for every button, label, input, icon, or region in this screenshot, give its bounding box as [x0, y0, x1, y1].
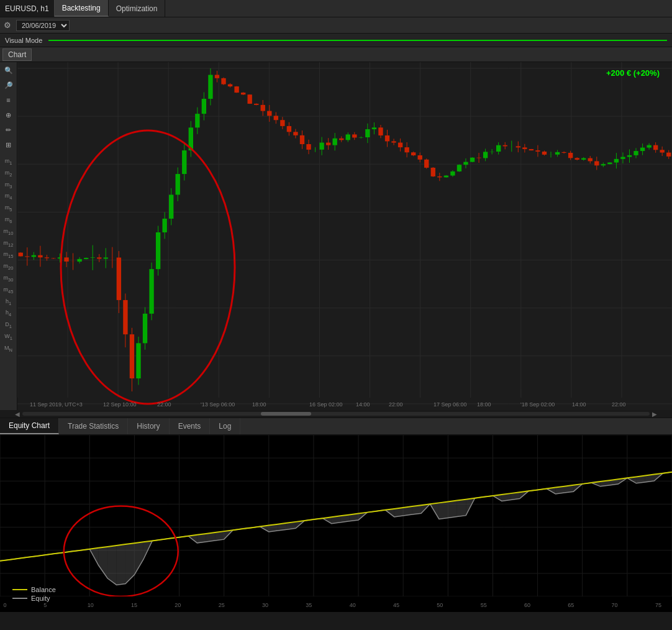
equity-xaxis: 0 5 10 15 20 25 30 35 40 45 50 55 60 65 … — [0, 602, 672, 611]
equity-chart-panel: Balance Equity 0 5 10 15 20 25 30 35 40 … — [0, 435, 672, 612]
eq-x-20: 20 — [175, 602, 181, 608]
eq-x-40: 40 — [350, 602, 356, 608]
eq-x-65: 65 — [568, 602, 574, 608]
timeframe-list: m1 m2 m3 m4 m5 m6 m10 m12 m15 m20 m30 m4… — [2, 157, 16, 355]
tf-m30[interactable]: m30 — [2, 273, 16, 285]
draw-icon[interactable]: ✏ — [2, 124, 15, 135]
tf-m2[interactable]: m2 — [2, 168, 16, 180]
zoom-out-icon[interactable]: 🔎 — [2, 80, 15, 91]
tf-w1[interactable]: W1 — [2, 332, 16, 343]
gear-icon[interactable]: ⚙ — [4, 21, 11, 30]
zoom-in-icon[interactable]: 🔍 — [2, 65, 15, 76]
eq-x-30: 30 — [262, 602, 268, 608]
visual-mode-bar: Visual Mode — [0, 34, 672, 47]
tf-h4[interactable]: h4 — [2, 308, 16, 319]
tf-mn[interactable]: MN — [2, 344, 16, 355]
eq-x-45: 45 — [393, 602, 399, 608]
eq-x-15: 15 — [131, 602, 137, 608]
main-chart-container: 🔍 🔎 ≡ ⊕ ✏ ⊞ m1 m2 m3 m4 m5 m6 m10 m12 m1… — [0, 62, 672, 410]
tf-d1[interactable]: D1 — [2, 320, 16, 331]
profit-label: +200 € (+20%) — [606, 68, 660, 78]
tf-m45[interactable]: m45 — [2, 285, 16, 296]
legend-balance: Balance — [12, 586, 56, 593]
tab-trade-statistics[interactable]: Trade Statistics — [59, 418, 128, 434]
indicator-icon[interactable]: ≡ — [2, 94, 15, 106]
chart-tab-bar: Chart — [0, 47, 672, 62]
equity-label: Equity — [31, 595, 50, 602]
bottom-tabs: Equity Chart Trade Statistics History Ev… — [0, 418, 672, 435]
tf-m5[interactable]: m5 — [2, 203, 16, 214]
scroll-right-icon[interactable]: ▶ — [650, 411, 660, 418]
tf-m15[interactable]: m15 — [2, 250, 16, 261]
equity-legend: Balance Equity — [12, 586, 56, 602]
tab-events[interactable]: Events — [170, 418, 211, 434]
tools-icon[interactable]: ⊞ — [2, 139, 15, 150]
eq-x-10: 10 — [88, 602, 94, 608]
visual-progress-track — [48, 40, 667, 41]
tf-m10[interactable]: m10 — [2, 227, 16, 238]
crosshair-icon[interactable]: ⊕ — [2, 109, 15, 121]
eq-x-35: 35 — [306, 602, 312, 608]
tab-log[interactable]: Log — [210, 418, 240, 434]
eq-x-0: 0 — [3, 602, 6, 608]
equity-line-icon — [12, 598, 27, 599]
left-toolbar: 🔍 🔎 ≡ ⊕ ✏ ⊞ m1 m2 m3 m4 m5 m6 m10 m12 m1… — [0, 62, 17, 410]
tab-equity-chart[interactable]: Equity Chart — [0, 418, 59, 434]
tf-m1[interactable]: m1 — [2, 157, 16, 168]
balance-label: Balance — [31, 586, 56, 593]
candle-chart[interactable]: +200 € (+20%) — [17, 62, 672, 410]
visual-progress-bar — [48, 40, 667, 41]
legend-equity: Equity — [12, 595, 56, 602]
eq-x-60: 60 — [524, 602, 530, 608]
tf-m20[interactable]: m20 — [2, 262, 16, 273]
scrollbar-thumb[interactable] — [261, 412, 311, 416]
eq-x-25: 25 — [219, 602, 225, 608]
scrollbar-track[interactable] — [22, 412, 650, 416]
top-bar: EURUSD, h1 Backtesting Optimization — [0, 0, 672, 17]
eq-x-75: 75 — [655, 602, 661, 608]
symbol-label: EURUSD, h1 — [0, 0, 55, 17]
eq-x-70: 70 — [612, 602, 618, 608]
scrollbar-container[interactable]: ◀ ▶ — [0, 410, 672, 418]
visual-mode-label: Visual Mode — [5, 37, 42, 44]
balance-line-icon — [12, 589, 27, 590]
scroll-left-icon[interactable]: ◀ — [12, 411, 22, 418]
tf-m12[interactable]: m12 — [2, 239, 16, 250]
tf-m6[interactable]: m6 — [2, 215, 16, 226]
eq-x-5: 5 — [43, 602, 47, 608]
tab-backtesting[interactable]: Backtesting — [55, 0, 109, 17]
tab-history[interactable]: History — [128, 418, 169, 434]
tf-m4[interactable]: m4 — [2, 191, 16, 203]
chart-tab[interactable]: Chart — [2, 48, 32, 61]
date-bar: ⚙ 20/06/2019 — [0, 17, 672, 34]
tab-optimization[interactable]: Optimization — [109, 0, 166, 17]
eq-x-50: 50 — [437, 602, 443, 608]
date-select[interactable]: 20/06/2019 — [16, 20, 70, 31]
tf-m3[interactable]: m3 — [2, 180, 16, 191]
eq-x-55: 55 — [481, 602, 487, 608]
tf-h1[interactable]: h1 — [2, 297, 16, 308]
